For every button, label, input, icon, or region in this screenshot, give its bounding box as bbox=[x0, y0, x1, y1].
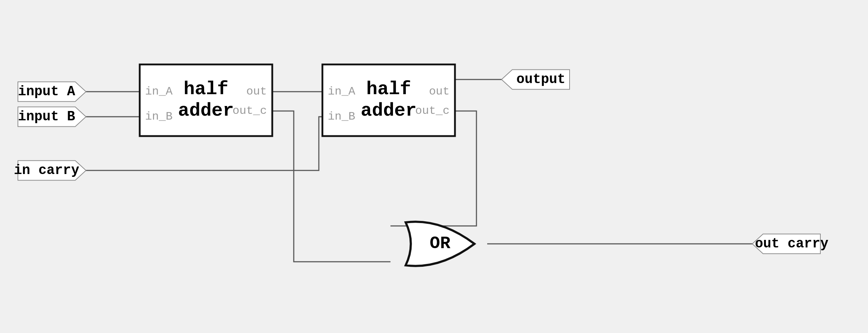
circuit-diagram bbox=[0, 0, 868, 333]
